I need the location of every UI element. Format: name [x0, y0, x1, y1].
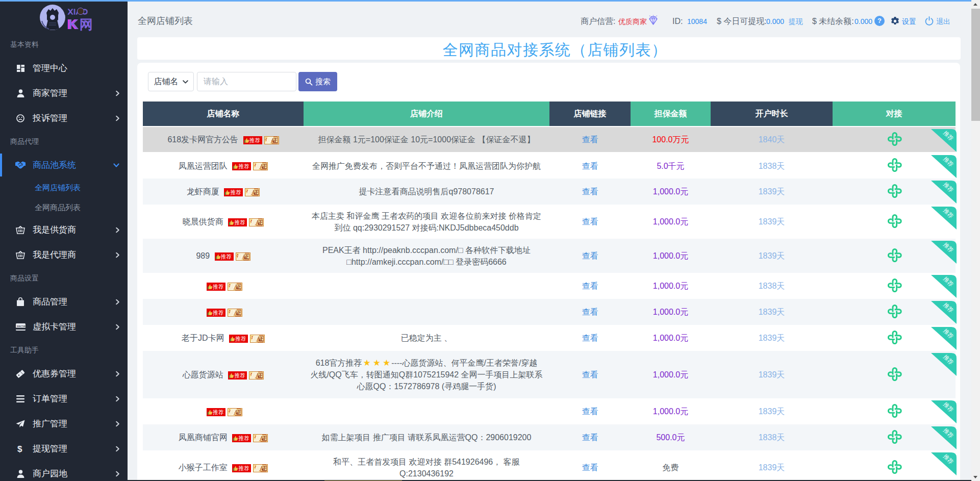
svg-text:网: 网 — [80, 17, 93, 32]
svg-text:K: K — [68, 16, 79, 32]
svg-text:DISC*VER: DISC*VER — [17, 324, 26, 327]
svg-text:$: $ — [17, 444, 22, 453]
